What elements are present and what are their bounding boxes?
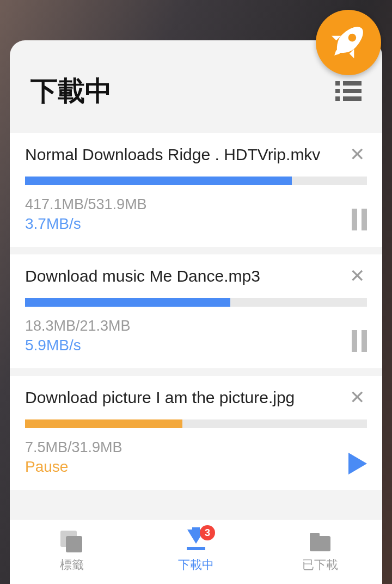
download-item: Download picture I am the picture.jpg ✕ … [10,376,382,490]
list-view-icon[interactable] [335,81,362,101]
progress-bar [25,419,367,428]
download-item: Normal Downloads Ridge . HDTVrip.mkv ✕ 4… [10,133,382,247]
tab-downloaded[interactable]: 已下載 [258,520,382,584]
bottom-tabs: 標籤 3 下載中 已下載 [10,520,382,584]
badge-count: 3 [200,525,215,540]
download-filename: Download music Me Dance.mp3 [25,266,347,286]
progress-fill [25,298,230,307]
boost-fab[interactable] [316,10,381,75]
download-speed: 3.7MB/s [25,215,352,233]
downloads-list: Normal Downloads Ridge . HDTVrip.mkv ✕ 4… [10,133,382,520]
page-title: 下載中 [30,73,335,110]
progress-fill [25,177,292,185]
download-sizes: 7.5MB/31.9MB [25,439,348,456]
pause-icon[interactable] [352,209,367,233]
download-filename: Normal Downloads Ridge . HDTVrip.mkv [25,145,347,165]
tab-label: 已下載 [302,557,338,573]
close-icon[interactable]: ✕ [347,266,367,285]
tab-label: 下載中 [178,557,214,573]
play-icon[interactable] [348,453,367,474]
download-sizes: 18.3MB/21.3MB [25,318,352,334]
progress-bar [25,298,367,307]
progress-bar [25,177,367,185]
close-icon[interactable]: ✕ [347,145,367,163]
download-filename: Download picture I am the picture.jpg [25,388,347,407]
download-status: Pause [25,458,348,476]
downloads-panel: 下載中 Normal Downloads Ridge . HDTVrip.mkv… [10,40,382,584]
folder-icon [309,531,332,553]
tab-label: 標籤 [60,557,84,573]
rocket-icon [327,20,370,65]
download-item: Download music Me Dance.mp3 ✕ 18.3MB/21.… [10,254,382,368]
download-sizes: 417.1MB/531.9MB [25,196,352,213]
download-icon: 3 [185,531,207,553]
tab-bookmarks[interactable]: 標籤 [10,520,134,584]
progress-fill [25,419,182,428]
pause-icon[interactable] [352,330,367,354]
tab-downloading[interactable]: 3 下載中 [134,520,258,584]
download-speed: 5.9MB/s [25,337,352,354]
bookmarks-icon [60,531,83,553]
close-icon[interactable]: ✕ [347,388,367,406]
